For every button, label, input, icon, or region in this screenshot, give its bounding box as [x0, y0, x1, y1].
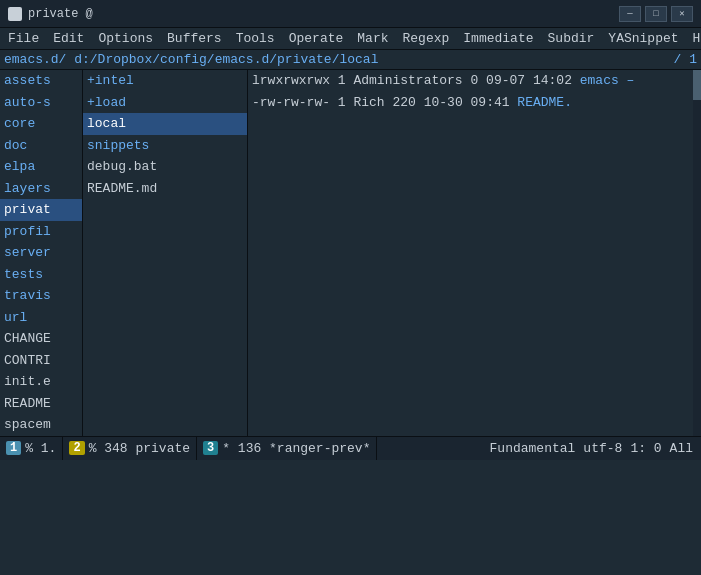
- file-links: 1: [338, 73, 346, 88]
- close-button[interactable]: ✕: [671, 6, 693, 22]
- file-date: 09-07: [486, 73, 525, 88]
- left-panel-item[interactable]: url: [0, 307, 82, 329]
- middle-panel-item[interactable]: +intel: [83, 70, 247, 92]
- file-size: 220: [392, 95, 415, 110]
- file-detail-row: lrwxrwxrwx 1 Administrators 0 09-07 14:0…: [248, 70, 701, 92]
- status-seg1: 1 % 1.: [0, 437, 63, 460]
- left-panel-item[interactable]: layers: [0, 178, 82, 200]
- emacs-icon: [8, 7, 22, 21]
- left-panel-item[interactable]: profil: [0, 221, 82, 243]
- file-name: emacs –: [580, 73, 635, 88]
- left-panel-item[interactable]: init.e: [0, 371, 82, 393]
- minimize-button[interactable]: —: [619, 6, 641, 22]
- menu-item-subdir[interactable]: Subdir: [542, 29, 601, 48]
- status-right: Fundamental utf-8 1: 0 All: [490, 441, 701, 456]
- file-permissions: -rw-rw-rw-: [252, 95, 330, 110]
- left-panel-item[interactable]: README: [0, 393, 82, 415]
- middle-panel-item[interactable]: +load: [83, 92, 247, 114]
- file-owner: Administrators: [353, 73, 462, 88]
- middle-panel: +intel+loadlocalsnippetsdebug.batREADME.…: [83, 70, 248, 436]
- menu-item-file[interactable]: File: [2, 29, 45, 48]
- left-panel-item[interactable]: core: [0, 113, 82, 135]
- right-panel: lrwxrwxrwx 1 Administrators 0 09-07 14:0…: [248, 70, 701, 436]
- file-detail-row: -rw-rw-rw- 1 Rich 220 10-30 09:41 README…: [248, 92, 701, 114]
- file-date: 10-30: [424, 95, 463, 110]
- file-owner: Rich: [353, 95, 384, 110]
- encoding-text: utf-8: [583, 441, 622, 456]
- path-text: emacs.d/ d:/Dropbox/config/emacs.d/priva…: [4, 52, 378, 67]
- status-seg2: 2 % 348 private: [63, 437, 197, 460]
- left-panel-item[interactable]: CONTRI: [0, 350, 82, 372]
- menu-item-immediate[interactable]: Immediate: [457, 29, 539, 48]
- file-permissions: lrwxrwxrwx: [252, 73, 330, 88]
- file-links: 1: [338, 95, 346, 110]
- left-panel-item[interactable]: CHANGE: [0, 328, 82, 350]
- menu-item-edit[interactable]: Edit: [47, 29, 90, 48]
- middle-panel-item[interactable]: snippets: [83, 135, 247, 157]
- mode-text: Fundamental: [490, 441, 576, 456]
- file-time: 14:02: [533, 73, 572, 88]
- middle-panel-item[interactable]: debug.bat: [83, 156, 247, 178]
- menu-item-operate[interactable]: Operate: [283, 29, 350, 48]
- status-text-2: % 348 private: [89, 441, 190, 456]
- status-seg3: 3 * 136 *ranger-prev*: [197, 437, 377, 460]
- menu-item-tools[interactable]: Tools: [230, 29, 281, 48]
- menu-item-mark[interactable]: Mark: [351, 29, 394, 48]
- file-name: README.: [517, 95, 572, 110]
- title-bar: private @ — □ ✕: [0, 0, 701, 28]
- status-text-1: % 1.: [25, 441, 56, 456]
- left-panel-item[interactable]: privat: [0, 199, 82, 221]
- path-bar: emacs.d/ d:/Dropbox/config/emacs.d/priva…: [0, 50, 701, 70]
- middle-panel-item[interactable]: README.md: [83, 178, 247, 200]
- scrollbar-thumb: [693, 70, 701, 100]
- content-area: assetsauto-scoredocelpalayersprivatprofi…: [0, 70, 701, 436]
- title-bar-left: private @: [8, 7, 93, 21]
- menu-item-help[interactable]: Help: [687, 29, 701, 48]
- title-text: private @: [28, 7, 93, 21]
- left-panel-item[interactable]: auto-s: [0, 92, 82, 114]
- file-time: 09:41: [471, 95, 510, 110]
- menu-item-options[interactable]: Options: [92, 29, 159, 48]
- left-panel-item[interactable]: tests: [0, 264, 82, 286]
- title-controls: — □ ✕: [619, 6, 693, 22]
- menu-item-yasnippet[interactable]: YASnippet: [602, 29, 684, 48]
- left-panel-item[interactable]: spacem: [0, 414, 82, 436]
- buffer-num-3: 3: [203, 441, 218, 455]
- path-right: / 1: [674, 52, 697, 67]
- status-text-3: * 136 *ranger-prev*: [222, 441, 370, 456]
- menu-item-buffers[interactable]: Buffers: [161, 29, 228, 48]
- menu-item-regexp[interactable]: Regexp: [397, 29, 456, 48]
- middle-panel-item[interactable]: local: [83, 113, 247, 135]
- left-panel: assetsauto-scoredocelpalayersprivatprofi…: [0, 70, 83, 436]
- right-scrollbar[interactable]: [693, 70, 701, 436]
- status-bar: 1 % 1. 2 % 348 private 3 * 136 *ranger-p…: [0, 436, 701, 460]
- file-size: 0: [470, 73, 478, 88]
- left-panel-item[interactable]: elpa: [0, 156, 82, 178]
- buffer-num-2: 2: [69, 441, 84, 455]
- left-panel-item[interactable]: server: [0, 242, 82, 264]
- all-text: All: [670, 441, 693, 456]
- buffer-num-1: 1: [6, 441, 21, 455]
- left-panel-item[interactable]: travis: [0, 285, 82, 307]
- position-text: 1: 0: [630, 441, 661, 456]
- menu-bar: FileEditOptionsBuffersToolsOperateMarkRe…: [0, 28, 701, 50]
- left-panel-item[interactable]: doc: [0, 135, 82, 157]
- maximize-button[interactable]: □: [645, 6, 667, 22]
- left-panel-item[interactable]: assets: [0, 70, 82, 92]
